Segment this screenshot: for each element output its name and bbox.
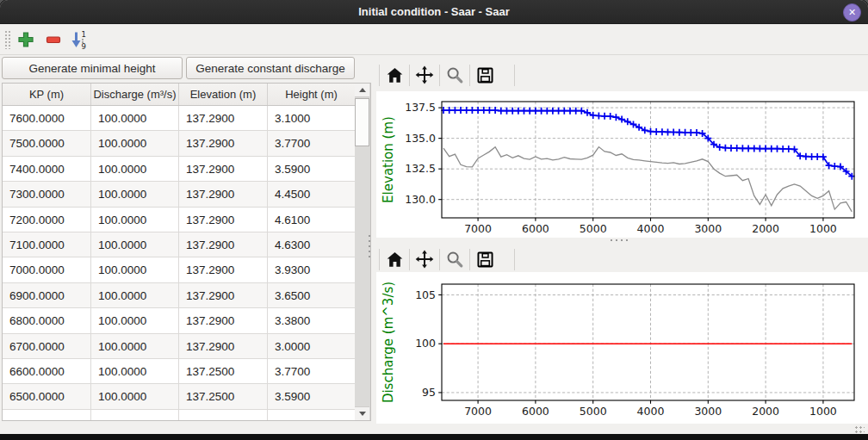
table-cell[interactable]: 100.0000: [91, 106, 179, 131]
table-cell[interactable]: 3.3800: [268, 308, 355, 333]
zoom-button[interactable]: [440, 246, 469, 272]
table-cell[interactable]: 3.9300: [268, 257, 355, 282]
pan-icon: [414, 65, 435, 85]
table-row[interactable]: 6700.0000100.0000137.29003.0000: [3, 334, 355, 359]
table-row[interactable]: 6900.0000100.0000137.29003.6500: [3, 283, 355, 308]
table-cell[interactable]: 100.0000: [91, 257, 179, 282]
table-cell[interactable]: 7000.0000: [3, 257, 91, 282]
table-cell[interactable]: 3.7700: [268, 131, 355, 156]
table-cell[interactable]: 100.0000: [91, 283, 179, 308]
vertical-splitter-handle[interactable]: [367, 233, 372, 257]
table-cell[interactable]: 100.0000: [91, 208, 179, 232]
generate-constant-discharge-button[interactable]: Generate constant discharge: [186, 57, 355, 79]
table-cell[interactable]: 137.2900: [179, 131, 268, 156]
column-header-height[interactable]: Height (m): [268, 84, 355, 105]
zoom-icon: [445, 65, 465, 85]
table-row[interactable]: 6800.0000100.0000137.29003.3800: [3, 308, 355, 333]
table-row[interactable]: 7300.0000100.0000137.29004.4500: [3, 182, 355, 207]
table-cell[interactable]: 100.0000: [91, 384, 179, 409]
table-cell[interactable]: 6900.0000: [3, 283, 91, 308]
table-cell[interactable]: 137.2500: [179, 359, 268, 384]
table-cell[interactable]: 6500.0000: [3, 384, 91, 409]
table-row[interactable]: 7100.0000100.0000137.29004.6300: [3, 232, 355, 257]
table-cell[interactable]: 4.6100: [268, 208, 355, 232]
save-icon: [475, 65, 495, 85]
toolbar-drag-handle[interactable]: [4, 30, 11, 49]
remove-row-button[interactable]: [42, 28, 65, 51]
column-header-kp[interactable]: KP (m): [3, 84, 91, 105]
home-icon: [385, 250, 405, 270]
table-row[interactable]: 6500.0000100.0000137.25003.5900: [3, 384, 355, 409]
titlebar[interactable]: Initial condition - Saar - Saar ✕: [0, 0, 868, 24]
home-button[interactable]: [380, 62, 409, 88]
sort-ascending-button[interactable]: 1 9: [68, 28, 90, 51]
table-cell[interactable]: 4.4500: [268, 182, 355, 207]
table-cell[interactable]: 3.1000: [268, 106, 355, 131]
svg-text:9: 9: [82, 42, 86, 50]
table-cell[interactable]: 137.2900: [179, 106, 268, 131]
table-header: KP (m) Discharge (m³/s) Elevation (m) He…: [3, 84, 355, 106]
discharge-figure: 700060005000400030002000100010510095Disc…: [376, 272, 868, 424]
zoom-button[interactable]: [440, 62, 469, 88]
table-cell[interactable]: 7400.0000: [3, 157, 91, 182]
table-cell[interactable]: 137.2900: [179, 208, 268, 232]
arrow-up-icon: [359, 88, 366, 92]
table-cell[interactable]: 7200.0000: [3, 208, 91, 232]
scroll-up-button[interactable]: [355, 84, 369, 97]
table-cell[interactable]: 7600.0000: [3, 106, 91, 131]
table-cell[interactable]: 137.2900: [179, 283, 268, 308]
table-cell[interactable]: 137.2900: [179, 232, 268, 257]
table-cell[interactable]: 137.2900: [179, 157, 268, 182]
table-cell[interactable]: 137.2500: [179, 384, 268, 409]
table-cell[interactable]: 6800.0000: [3, 308, 91, 333]
table-cell[interactable]: 3.5900: [268, 157, 355, 182]
save-button[interactable]: [470, 62, 499, 88]
close-button[interactable]: ✕: [843, 3, 861, 22]
discharge-chart-canvas[interactable]: 700060005000400030002000100010510095Disc…: [376, 272, 868, 424]
table-cell[interactable]: 100.0000: [91, 334, 179, 359]
table-cell[interactable]: 100.0000: [91, 157, 179, 182]
table-cell[interactable]: 3.5900: [268, 384, 355, 409]
table-cell[interactable]: 4.6300: [268, 232, 355, 257]
home-button[interactable]: [380, 246, 409, 272]
table-cell[interactable]: 137.2900: [179, 182, 268, 207]
generate-minimal-height-button[interactable]: Generate minimal height: [2, 57, 183, 79]
save-button[interactable]: [470, 246, 499, 272]
close-icon: ✕: [848, 7, 856, 17]
table-cell[interactable]: 137.2900: [179, 308, 268, 333]
table-row[interactable]: 7500.0000100.0000137.29003.7700: [3, 131, 355, 156]
table-cell[interactable]: 137.2900: [179, 257, 268, 282]
table-cell[interactable]: 7500.0000: [3, 131, 91, 156]
table-cell[interactable]: 6600.0000: [3, 359, 91, 384]
column-header-elevation[interactable]: Elevation (m): [179, 84, 268, 105]
table-row[interactable]: 7200.0000100.0000137.29004.6100: [3, 208, 355, 232]
svg-text:95: 95: [422, 386, 436, 399]
add-row-button[interactable]: [15, 28, 37, 51]
table-cell[interactable]: 6700.0000: [3, 334, 91, 359]
table-cell[interactable]: 3.6500: [268, 283, 355, 308]
table-cell[interactable]: 100.0000: [91, 308, 179, 333]
pan-button[interactable]: [410, 62, 439, 88]
column-header-discharge[interactable]: Discharge (m³/s): [91, 84, 179, 105]
table-row[interactable]: 7600.0000100.0000137.29003.1000: [3, 106, 355, 131]
table-cell[interactable]: 137.2900: [179, 334, 268, 359]
table-cell[interactable]: 3.7700: [268, 359, 355, 384]
table-cell[interactable]: 100.0000: [91, 131, 179, 156]
table-cell[interactable]: 100.0000: [91, 182, 179, 207]
table-row[interactable]: 6600.0000100.0000137.25003.7700: [3, 359, 355, 384]
svg-text:3000: 3000: [694, 222, 722, 235]
table-cell[interactable]: 3.0000: [268, 334, 355, 359]
table-cell[interactable]: 7100.0000: [3, 232, 91, 257]
elevation-chart-canvas[interactable]: 7000600050004000300020001000137.5135.013…: [376, 91, 868, 238]
main-toolbar: [0, 24, 868, 55]
scroll-down-button[interactable]: [355, 406, 369, 420]
scrollbar-thumb[interactable]: [355, 98, 369, 146]
table-cell[interactable]: 7300.0000: [3, 182, 91, 207]
table-cell[interactable]: 100.0000: [91, 232, 179, 257]
horizontal-splitter-handle[interactable]: [609, 238, 631, 243]
pan-button[interactable]: [410, 246, 439, 272]
table-row[interactable]: 7000.0000100.0000137.29003.9300: [3, 257, 355, 282]
window-resize-grip[interactable]: [854, 425, 865, 434]
table-row[interactable]: 7400.0000100.0000137.29003.5900: [3, 157, 355, 182]
table-cell[interactable]: 100.0000: [91, 359, 179, 384]
